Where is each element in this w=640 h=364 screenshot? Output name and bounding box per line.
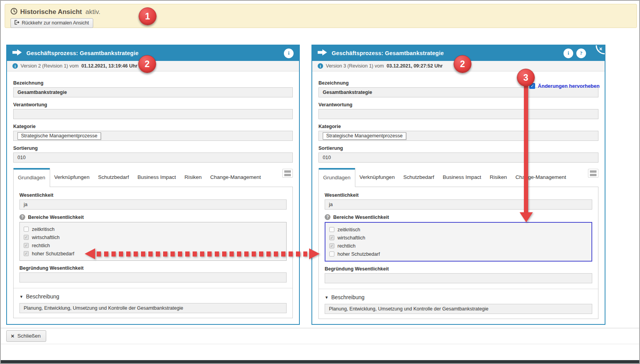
highlight-changes-toggle[interactable]: Änderungen hervorheben — [529, 83, 600, 89]
checkbox-row-hoher-schutzbedarf[interactable]: hoher Schutzbedarf — [329, 250, 588, 258]
tab-change-management[interactable]: Change-Management — [511, 168, 570, 187]
tab-risiken[interactable]: Risiken — [485, 168, 511, 187]
checkbox-row-zeitkritisch[interactable]: zeitkritisch — [24, 225, 282, 233]
kategorie-field[interactable]: Strategische Managementprozesse — [318, 131, 598, 141]
info-icon[interactable]: i — [284, 49, 294, 58]
wesentlichkeit-field[interactable]: ja — [325, 199, 592, 210]
field-label-begruendung: Begründung Wesentlichkeit — [19, 265, 287, 271]
kategorie-field[interactable]: Strategische Managementprozesse — [13, 131, 293, 141]
tab-grundlagen[interactable]: Grundlagen — [13, 168, 50, 187]
checkbox[interactable] — [24, 251, 29, 256]
field-label-begruendung: Begründung Wesentlichkeit — [325, 266, 592, 272]
info-icon: i — [12, 63, 18, 69]
beschreibung-field[interactable]: Planung, Entwicklung, Umsetzung und Kont… — [19, 303, 287, 313]
field-label-kategorie: Kategorie — [318, 124, 598, 129]
version-date: 01.12.2021, 13:19:46 Uhr — [81, 63, 137, 69]
close-button[interactable]: × Schließen — [6, 330, 46, 342]
tab-change-management[interactable]: Change-Management — [206, 168, 265, 187]
list-view-icon[interactable] — [282, 169, 293, 178]
annotation-dashed-arrow-right-head — [309, 248, 320, 259]
footer-separator-2 — [1, 344, 639, 344]
tab-grundlagen[interactable]: Grundlagen — [318, 168, 355, 187]
tab-content-grundlagen: Wesentlichkeit ja ? Bereiche Wesentlichk… — [318, 187, 598, 319]
checkbox[interactable] — [329, 235, 334, 240]
checkbox-row-rechtlich[interactable]: rechtlich — [329, 242, 588, 250]
version-panel-right: Geschäftsprozess: Gesamtbankstrategie i … — [311, 45, 605, 325]
field-label-kategorie: Kategorie — [13, 124, 293, 129]
version-date: 03.12.2021, 09:27:52 Uhr — [386, 63, 443, 69]
bezeichnung-field[interactable]: Gesamtbankstrategie — [13, 87, 293, 97]
field-label-verantwortung: Verantwortung — [13, 102, 293, 107]
banner-suffix: aktiv. — [85, 8, 100, 16]
annotation-dashed-arrow-line — [97, 251, 307, 257]
return-to-normal-view-button[interactable]: Rückkehr zur normalen Ansicht — [10, 18, 93, 28]
verantwortung-field[interactable] — [13, 109, 293, 119]
tab-schutzbedarf[interactable]: Schutzbedarf — [94, 168, 133, 187]
arrow-right-icon — [12, 49, 22, 57]
help-icon[interactable]: ? — [325, 214, 330, 220]
begruendung-field[interactable] — [325, 273, 592, 283]
checkbox[interactable] — [329, 243, 334, 248]
version-text: Version 2 (Revision 1) vom — [21, 63, 78, 69]
sortierung-field[interactable]: 010 — [13, 153, 293, 163]
footer-separator — [1, 328, 639, 328]
annotation-badge-2-left: 2 — [138, 55, 156, 73]
list-view-icon[interactable] — [588, 169, 598, 178]
checkbox-row-wirtschaftlich[interactable]: wirtschaftlich — [24, 233, 282, 241]
info-icon: i — [318, 63, 323, 69]
checkbox[interactable] — [329, 251, 334, 257]
tab-bar: Grundlagen Verknüpfungen Schutzbedarf Bu… — [13, 168, 293, 187]
sortierung-field[interactable]: 010 — [318, 153, 598, 163]
field-label-wesentlichkeit: Wesentlichkeit — [19, 192, 287, 198]
kategorie-tag[interactable]: Strategische Managementprozesse — [17, 132, 101, 140]
collapse-triangle-icon: ▼ — [325, 295, 329, 300]
verantwortung-field[interactable] — [318, 109, 598, 119]
tab-risiken[interactable]: Risiken — [180, 168, 206, 187]
help-icon[interactable]: ? — [19, 214, 25, 220]
annotation-arrow-down-shaft — [524, 86, 528, 213]
wesentlichkeit-field[interactable]: ja — [19, 199, 287, 210]
annotation-badge-1: 1 — [139, 7, 157, 25]
version-text: Version 3 (Revision 1) vom — [326, 63, 384, 69]
collapse-triangle-icon: ▼ — [19, 295, 23, 299]
checkbox[interactable] — [24, 243, 29, 248]
field-label-wesentlichkeit: Wesentlichkeit — [325, 192, 592, 198]
divider — [319, 289, 598, 289]
annotation-arrow-down-head — [520, 212, 533, 222]
checkbox-row-wirtschaftlich[interactable]: wirtschaftlich — [329, 234, 588, 242]
begruendung-field[interactable] — [19, 272, 287, 283]
beschreibung-section-toggle[interactable]: ▼ Beschreibung — [325, 294, 592, 300]
field-label-verantwortung: Verantwortung — [318, 102, 598, 107]
tab-business-impact[interactable]: Business Impact — [133, 168, 180, 187]
checkbox-row-zeitkritisch[interactable]: zeitkritisch — [329, 225, 588, 234]
close-icon[interactable]: × — [589, 45, 605, 59]
tab-bar: Grundlagen Verknüpfungen Schutzbedarf Bu… — [318, 168, 598, 187]
field-label-bezeichnung: Bezeichnung — [13, 80, 293, 86]
info-icon[interactable]: i — [563, 49, 573, 58]
checkbox[interactable] — [329, 227, 334, 232]
exit-icon — [14, 20, 19, 26]
tab-schutzbedarf[interactable]: Schutzbedarf — [399, 168, 438, 187]
panel-title: Geschäftsprozess: Gesamtbankstrategie — [26, 50, 139, 56]
tab-verknuepfungen[interactable]: Verknüpfungen — [355, 168, 399, 187]
bereiche-checkbox-group-highlighted: zeitkritisch wirtschaftlich rechtlich ho… — [325, 222, 592, 262]
field-label-bereiche-wesentlichkeit: Bereiche Wesentlichkeit — [28, 215, 84, 220]
field-label-sortierung: Sortierung — [318, 146, 598, 151]
tab-verknuepfungen[interactable]: Verknüpfungen — [50, 168, 94, 187]
tab-business-impact[interactable]: Business Impact — [438, 168, 485, 187]
field-label-sortierung: Sortierung — [13, 146, 293, 151]
checkbox[interactable] — [24, 227, 29, 232]
beschreibung-section-toggle[interactable]: ▼ Beschreibung — [19, 293, 287, 300]
checkbox[interactable] — [24, 235, 29, 240]
banner-title: Historische Ansicht — [20, 8, 82, 16]
kategorie-tag[interactable]: Strategische Managementprozesse — [323, 132, 406, 140]
close-x-icon: × — [11, 334, 14, 338]
annotation-dashed-arrow-left-head — [85, 248, 95, 259]
panel-title: Geschäftsprozess: Gesamtbankstrategie — [332, 50, 444, 56]
beschreibung-field[interactable]: Planung, Entwicklung, Umsetzung und Kont… — [325, 304, 592, 314]
help-icon[interactable]: ? — [576, 49, 586, 58]
checkbox-row-rechtlich[interactable]: rechtlich — [24, 241, 282, 250]
field-label-bereiche-wesentlichkeit: Bereiche Wesentlichkeit — [333, 215, 389, 220]
annotation-badge-2-right: 2 — [454, 55, 471, 73]
annotation-badge-3: 3 — [517, 69, 535, 87]
